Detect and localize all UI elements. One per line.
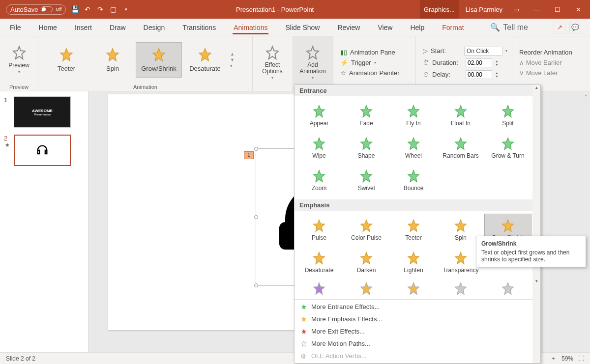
present-icon[interactable]: ▢: [109, 5, 117, 13]
user-name[interactable]: Lisa Parmley: [466, 6, 502, 13]
tab-insert[interactable]: Insert: [74, 21, 93, 34]
save-icon[interactable]: 💾: [71, 5, 79, 13]
animation-indicator-icon: ★: [5, 142, 10, 148]
redo-icon[interactable]: ↷: [96, 5, 104, 13]
more-exit-effects[interactable]: More Exit Effects...: [295, 325, 540, 337]
tab-home[interactable]: Home: [38, 21, 58, 34]
delay-icon: ⏲: [423, 71, 429, 78]
gallery-down-icon[interactable]: ▼: [230, 57, 239, 62]
emphasis-pulse[interactable]: Pulse: [295, 214, 343, 246]
slide-thumbnail-2[interactable]: [14, 135, 71, 166]
emphasis-colorpulse[interactable]: Color Pulse: [343, 214, 390, 246]
pane-icon: ▮▯: [340, 49, 347, 56]
tab-file[interactable]: File: [9, 21, 22, 34]
tab-animations[interactable]: Animations: [233, 21, 268, 34]
entrance-zoom[interactable]: Zoom: [295, 164, 343, 196]
duration-up-icon[interactable]: ▲: [495, 59, 501, 63]
add-animation-button[interactable]: Add Animation ▾: [295, 42, 330, 84]
entrance-randombars[interactable]: Random Bars: [437, 132, 484, 164]
zoom-level[interactable]: 59%: [561, 355, 573, 362]
trigger-button[interactable]: ⚡Trigger▾: [340, 59, 400, 66]
star-icon: [406, 104, 421, 119]
slide-counter[interactable]: Slide 2 of 2: [6, 355, 35, 362]
star-icon: [453, 219, 468, 233]
thumb-number: 2: [4, 135, 11, 142]
animation-pane-button[interactable]: ▮▯Animation Pane: [340, 49, 400, 56]
emphasis-desaturate[interactable]: Desaturate: [295, 246, 343, 279]
entrance-fade[interactable]: Fade: [343, 99, 390, 132]
entrance-bounce[interactable]: Bounce: [390, 164, 437, 196]
slide-thumbnail-1[interactable]: AWESOME Presentation: [14, 96, 71, 128]
tab-draw[interactable]: Draw: [109, 21, 127, 34]
emphasis-extra-3[interactable]: [437, 281, 484, 296]
move-earlier-button[interactable]: ∧ Move Earlier: [519, 59, 572, 66]
animation-desaturate[interactable]: Desaturate: [182, 42, 228, 78]
effect-options-button[interactable]: Effect Options ▾: [255, 42, 290, 84]
animation-painter-button[interactable]: ☆Animation Painter: [340, 69, 400, 77]
more-entrance-effects[interactable]: More Entrance Effects...: [295, 301, 540, 313]
more-emphasis-effects[interactable]: More Emphasis Effects...: [295, 313, 540, 325]
entrance-wheel[interactable]: Wheel: [390, 132, 437, 164]
animation-spin[interactable]: Spin: [89, 42, 136, 78]
tab-design[interactable]: Design: [143, 21, 166, 34]
gallery-up-icon[interactable]: ▲: [230, 52, 239, 56]
emphasis-extra-1[interactable]: [343, 281, 390, 296]
start-field[interactable]: ▷ Start: On Click ▾: [423, 47, 507, 56]
animation-sequence-tag[interactable]: 1: [244, 151, 254, 159]
more-motion-paths[interactable]: More Motion Paths...: [295, 337, 540, 350]
entrance-split[interactable]: Split: [484, 99, 531, 132]
emphasis-extra-0[interactable]: [295, 281, 343, 296]
entrance-floatin[interactable]: Float In: [437, 99, 484, 132]
animation-growshrink[interactable]: Grow/Shrink: [136, 42, 182, 78]
tab-help[interactable]: Help: [409, 21, 425, 34]
star-icon: [406, 137, 421, 151]
delay-down-icon[interactable]: ▼: [495, 75, 501, 78]
qat-more-icon[interactable]: ▾: [122, 5, 130, 13]
delay-input[interactable]: [466, 70, 492, 79]
tab-transitions[interactable]: Transitions: [181, 21, 217, 34]
duration-down-icon[interactable]: ▼: [495, 63, 501, 66]
collapse-ribbon-icon[interactable]: ˄: [585, 94, 587, 100]
preview-button[interactable]: Preview ▾: [2, 39, 36, 81]
comments-icon[interactable]: 💬: [569, 22, 581, 33]
fit-to-window-icon[interactable]: ⛶: [578, 355, 584, 362]
close-icon[interactable]: ✕: [571, 6, 585, 13]
minimize-icon[interactable]: —: [530, 6, 544, 13]
scroll-down-icon[interactable]: ▾: [532, 279, 540, 286]
entrance-swivel[interactable]: Swivel: [343, 164, 390, 196]
autosave-toggle[interactable]: AutoSave Off: [6, 4, 66, 15]
tab-slideshow[interactable]: Slide Show: [284, 21, 321, 34]
star-icon: [312, 104, 326, 119]
entrance-growturn[interactable]: Grow & Turn: [484, 132, 531, 164]
emphasis-teeter[interactable]: Teeter: [390, 214, 437, 246]
entrance-flyin[interactable]: Fly In: [390, 99, 437, 132]
emphasis-lighten[interactable]: Lighten: [390, 246, 437, 279]
tab-view[interactable]: View: [377, 21, 393, 34]
entrance-shape[interactable]: Shape: [343, 132, 390, 164]
entrance-header: Entrance: [295, 85, 540, 96]
star-icon: [312, 251, 326, 266]
graphics-format-tab[interactable]: Graphics...: [420, 0, 459, 19]
animation-teeter[interactable]: Teeter: [43, 42, 89, 78]
emphasis-extra-2[interactable]: [390, 281, 437, 296]
tell-me-search[interactable]: 🔍 Tell me: [490, 23, 528, 32]
move-later-button[interactable]: ∨ Move Later: [519, 69, 572, 77]
dropdown-scrollbar[interactable]: ▴ ▾: [532, 85, 540, 363]
scroll-up-icon[interactable]: ▴: [532, 85, 540, 93]
emphasis-darken[interactable]: Darken: [343, 246, 390, 279]
tab-format[interactable]: Format: [441, 21, 465, 34]
zoom-out-icon[interactable]: ＋: [551, 354, 557, 363]
emphasis-extra-4[interactable]: [484, 281, 531, 296]
add-animation-dropdown: Entrance AppearFadeFly InFloat InSplitWi…: [294, 84, 541, 364]
ribbon-display-icon[interactable]: ▭: [509, 6, 523, 13]
tab-review[interactable]: Review: [336, 21, 361, 34]
undo-icon[interactable]: ↶: [84, 5, 91, 13]
maximize-icon[interactable]: ☐: [551, 6, 564, 13]
duration-input[interactable]: [466, 58, 492, 67]
gallery-more-icon[interactable]: ▾: [230, 63, 239, 68]
delay-up-icon[interactable]: ▲: [495, 71, 501, 75]
entrance-wipe[interactable]: Wipe: [295, 132, 343, 164]
entrance-appear[interactable]: Appear: [295, 99, 343, 132]
share-icon[interactable]: ↗: [554, 22, 565, 33]
star-icon: [406, 219, 421, 233]
